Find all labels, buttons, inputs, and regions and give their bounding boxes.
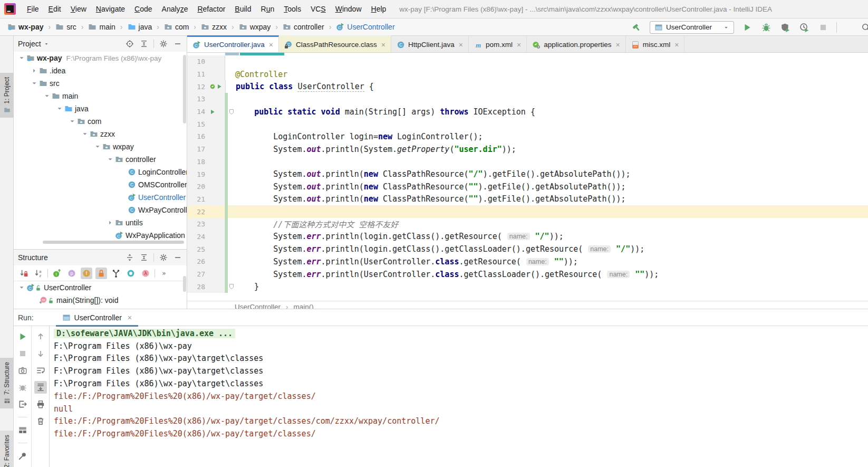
tree-item-logincontroller[interactable]: CLoginController xyxy=(14,166,187,178)
gutter-icons[interactable] xyxy=(208,180,222,193)
code-line-17[interactable]: 17 System.out.println(System.getProperty… xyxy=(187,143,868,156)
code-text[interactable]: System.err.println(UserController.class.… xyxy=(235,268,868,281)
menu-item-run[interactable]: Run xyxy=(256,3,279,15)
down-button[interactable] xyxy=(34,347,47,360)
print-button[interactable] xyxy=(34,398,47,411)
tree-item-com[interactable]: com xyxy=(14,115,187,128)
code-line-10[interactable]: 10 xyxy=(187,55,868,68)
code-text[interactable] xyxy=(235,55,868,68)
code-text[interactable]: System.out.println(System.getProperty("u… xyxy=(235,143,868,156)
breadcrumb-item-java[interactable]: java xyxy=(127,22,153,32)
breadcrumb-item-src[interactable]: src xyxy=(54,22,78,32)
tab-misc-xml[interactable]: <>misc.xml× xyxy=(626,35,685,52)
code-line-19[interactable]: 19 System.out.println(new ClassPathResou… xyxy=(187,168,868,180)
tab-close-icon[interactable]: × xyxy=(269,41,273,49)
more-button[interactable]: » xyxy=(158,268,170,279)
fold-marker-slot[interactable] xyxy=(228,106,235,118)
gutter-icons[interactable] xyxy=(208,205,222,218)
code-line-27[interactable]: 27 System.err.println(UserController.cla… xyxy=(187,268,868,281)
tree-chevron-icon[interactable] xyxy=(43,92,51,100)
tree-chevron-icon[interactable] xyxy=(81,130,89,138)
hierarchy-button[interactable] xyxy=(110,268,122,279)
tab-close-icon[interactable]: × xyxy=(381,41,385,49)
search-button[interactable] xyxy=(860,22,868,33)
structure-collapse-all-button[interactable] xyxy=(139,253,149,262)
menu-item-help[interactable]: Help xyxy=(367,3,391,15)
project-collapse-all-button[interactable] xyxy=(139,39,149,49)
code-editor[interactable]: 1011@Controller12public class UserContro… xyxy=(187,53,868,301)
tree-item-wxpaycontroller[interactable]: CWxPayController xyxy=(14,204,187,216)
project-hide-button[interactable] xyxy=(173,39,182,49)
attach-debugger-button[interactable] xyxy=(16,381,29,394)
profiler-button[interactable] xyxy=(798,22,810,33)
dump-threads-button[interactable] xyxy=(16,364,29,377)
code-text[interactable] xyxy=(235,93,868,106)
menu-item-vcs[interactable]: VCS xyxy=(306,3,331,15)
show-inherited-button[interactable]: I xyxy=(51,268,63,279)
code-line-15[interactable]: 15 xyxy=(187,118,868,130)
code-line-26[interactable]: 26 System.err.println(UserController.cla… xyxy=(187,255,868,268)
breadcrumb-item-main[interactable]: main xyxy=(87,22,116,32)
sort-by-visibility-button[interactable] xyxy=(18,268,30,279)
menu-item-file[interactable]: File xyxy=(22,3,44,15)
gutter-icons[interactable] xyxy=(208,143,222,156)
soft-wrap-button[interactable] xyxy=(34,364,47,377)
gutter-icons[interactable] xyxy=(208,231,222,243)
run-button[interactable] xyxy=(741,22,753,33)
run-config-select[interactable]: UserController xyxy=(650,21,734,34)
code-text[interactable]: System.out.println(new ClassPathResource… xyxy=(235,168,868,180)
code-line-25[interactable]: 25 System.err.println(login.getClass().g… xyxy=(187,243,868,255)
tree-item-wxpayapplication[interactable]: CWxPayApplication xyxy=(14,229,187,242)
code-line-18[interactable]: 18 xyxy=(187,156,868,168)
menu-item-code[interactable]: Code xyxy=(130,3,157,15)
code-text[interactable]: } xyxy=(235,280,868,293)
exit-button[interactable] xyxy=(16,398,29,411)
tab-close-icon[interactable]: × xyxy=(459,41,463,49)
code-line-12[interactable]: 12public class UserController { xyxy=(187,80,868,93)
code-text[interactable]: System.out.println(new ClassPathResource… xyxy=(235,180,868,193)
show-anonymous-button[interactable] xyxy=(125,268,137,279)
tree-item-wx-pay[interactable]: wx-payF:\Program Files (x86)\wx-pay xyxy=(14,52,187,64)
code-text[interactable]: System.out.println(new ClassPathResource… xyxy=(235,193,868,206)
show-fields-button[interactable]: f xyxy=(81,268,92,279)
restore-layout-button[interactable] xyxy=(16,424,29,436)
tab-pom-xml[interactable]: mpom.xml× xyxy=(469,35,527,52)
code-text[interactable] xyxy=(235,205,868,218)
gutter-icons[interactable] xyxy=(208,280,222,293)
up-button[interactable] xyxy=(34,330,47,343)
build-hammer-button[interactable] xyxy=(631,22,642,33)
code-text[interactable]: public static void main(String[] args) t… xyxy=(235,106,868,118)
structure-hide-button[interactable] xyxy=(173,253,182,262)
tree-item-src[interactable]: src xyxy=(14,77,187,90)
tree-item-main[interactable]: main xyxy=(14,90,187,102)
gutter-icons[interactable] xyxy=(208,156,222,168)
tab-application-properties[interactable]: application.properties× xyxy=(527,35,626,52)
stripe-project-button[interactable]: 1: Project xyxy=(0,73,14,118)
code-text[interactable]: public class UserController { xyxy=(236,80,868,93)
tree-chevron-icon[interactable] xyxy=(31,67,38,74)
gutter-icons[interactable] xyxy=(208,130,222,143)
rerun-button[interactable] xyxy=(16,330,29,343)
gutter-icons[interactable] xyxy=(208,218,222,231)
tree-item-zzxx[interactable]: zzxx xyxy=(14,128,187,140)
clear-button[interactable] xyxy=(34,415,47,427)
structure-expand-all-button[interactable] xyxy=(125,253,134,262)
tab-usercontroller-java[interactable]: CUserController.java× xyxy=(187,35,279,52)
fold-marker-slot[interactable] xyxy=(228,280,235,293)
code-line-14[interactable]: 14 public static void main(String[] args… xyxy=(187,106,868,118)
show-non-public-button[interactable] xyxy=(95,268,107,279)
pin-button[interactable] xyxy=(16,450,29,462)
gutter-icons[interactable] xyxy=(208,93,222,106)
tree-chevron-icon[interactable] xyxy=(94,143,101,150)
code-line-20[interactable]: 20 System.out.println(new ClassPathResou… xyxy=(187,180,868,193)
code-line-16[interactable]: 16 LoginController login=new LoginContro… xyxy=(187,130,868,143)
tree-item-java[interactable]: java xyxy=(14,102,187,115)
structure-settings-button[interactable] xyxy=(159,253,168,262)
code-line-11[interactable]: 11@Controller xyxy=(187,68,868,81)
tree-chevron-icon[interactable] xyxy=(31,80,38,87)
tree-item-idea[interactable]: .idea xyxy=(14,64,187,77)
tab-close-icon[interactable]: × xyxy=(517,41,521,49)
gutter-icons[interactable] xyxy=(208,168,222,180)
tree-chevron-icon[interactable] xyxy=(107,219,114,226)
tree-chevron-icon[interactable] xyxy=(18,54,25,62)
